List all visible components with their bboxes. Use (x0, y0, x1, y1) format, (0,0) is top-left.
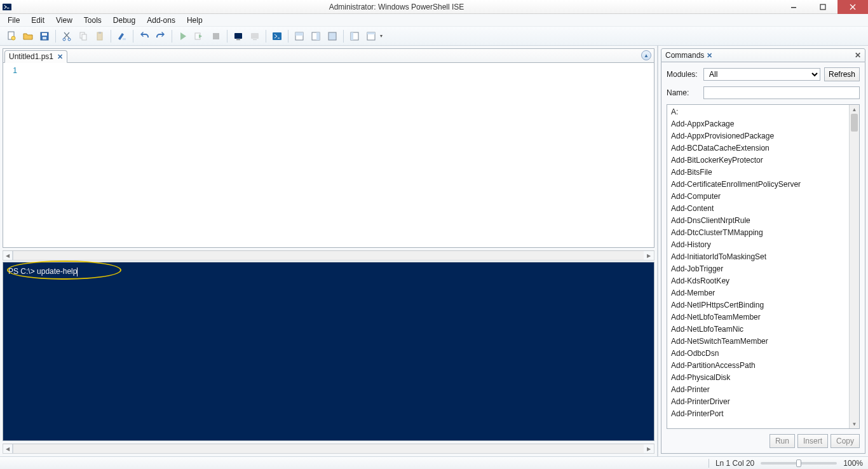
toolbar-overflow[interactable]: ▾ (380, 33, 385, 39)
commands-panel-header: Commands ✕ ✕ (661, 48, 865, 62)
command-item[interactable]: Add-PhysicalDisk (667, 372, 849, 384)
scroll-up-arrow[interactable]: ▲ (850, 105, 859, 113)
toolbar-separator (227, 30, 227, 43)
command-item[interactable]: Add-CertificateEnrollmentPolicyServer (667, 179, 849, 191)
maximize-button[interactable] (808, 0, 837, 14)
new-remote-tab-button[interactable] (231, 29, 246, 44)
close-button[interactable] (837, 0, 868, 14)
svg-rect-7 (43, 37, 46, 39)
close-icon[interactable]: ✕ (707, 51, 712, 60)
copy-button[interactable]: Copy (831, 434, 860, 448)
zoom-thumb[interactable] (796, 459, 801, 467)
show-script-pane-max-button[interactable] (325, 29, 340, 44)
toolbar: ▾ (0, 27, 868, 46)
start-remote-button[interactable] (247, 29, 262, 44)
command-item[interactable]: Add-DtcClusterTMMapping (667, 227, 849, 239)
command-item[interactable]: Add-BitLockerKeyProtector (667, 154, 849, 167)
undo-button[interactable] (137, 29, 152, 44)
command-item[interactable]: Add-Member (667, 287, 849, 299)
svg-rect-11 (82, 34, 86, 40)
modules-select[interactable]: All (703, 68, 820, 81)
new-file-button[interactable] (4, 29, 19, 44)
command-item[interactable]: Add-DnsClientNrptRule (667, 215, 849, 227)
command-item[interactable]: A: (667, 106, 849, 118)
collapse-editor-button[interactable]: ▲ (641, 50, 651, 60)
console-pane[interactable]: PS C:\> update-help (3, 262, 654, 441)
stop-button[interactable] (208, 29, 224, 44)
console-input[interactable]: update-help (37, 267, 77, 276)
command-item[interactable]: Add-PrinterDriver (667, 396, 849, 408)
console-prompt: PS C:\> (8, 267, 37, 276)
scroll-left-arrow[interactable]: ◀ (3, 444, 13, 453)
minimize-button[interactable] (779, 0, 808, 14)
name-input[interactable] (703, 86, 860, 99)
command-item[interactable]: Add-NetIPHttpsCertBinding (667, 299, 849, 311)
svg-rect-18 (236, 39, 240, 40)
command-item[interactable]: Add-Content (667, 203, 849, 215)
powershell-tab-button[interactable] (269, 29, 285, 44)
redo-button[interactable] (153, 29, 168, 44)
commands-panel: Commands ✕ ✕ Modules: All Refresh Name: … (658, 46, 868, 456)
menu-edit[interactable]: Edit (26, 15, 50, 26)
svg-rect-30 (367, 32, 375, 34)
vertical-scrollbar[interactable]: ▲ ▼ (849, 105, 859, 428)
scroll-down-arrow[interactable]: ▼ (850, 420, 859, 428)
command-item[interactable]: Add-BCDataCacheExtension (667, 142, 849, 154)
scroll-right-arrow[interactable]: ▶ (644, 251, 654, 260)
refresh-button[interactable]: Refresh (824, 67, 860, 81)
command-item[interactable]: Add-History (667, 239, 849, 251)
menu-tools[interactable]: Tools (79, 15, 107, 26)
horizontal-scrollbar[interactable]: ◀ ▶ (3, 444, 654, 454)
close-icon[interactable]: ✕ (57, 53, 63, 61)
title-bar: Administrator: Windows PowerShell ISE (0, 0, 868, 14)
command-item[interactable]: Add-Computer (667, 191, 849, 203)
copy-button[interactable] (76, 29, 91, 44)
cut-button[interactable] (59, 29, 74, 44)
open-file-button[interactable] (20, 29, 36, 44)
code-area[interactable] (21, 63, 654, 247)
scroll-right-arrow[interactable]: ▶ (644, 444, 654, 453)
command-item[interactable]: Add-NetLbfoTeamNic (667, 323, 849, 336)
command-item[interactable]: Add-NetLbfoTeamMember (667, 311, 849, 323)
toolbar-separator (111, 30, 111, 43)
horizontal-scrollbar[interactable]: ◀ ▶ (3, 250, 654, 261)
window-title: Administrator: Windows PowerShell ISE (14, 3, 779, 11)
close-icon[interactable]: ✕ (855, 51, 861, 60)
show-script-pane-top-button[interactable] (292, 29, 307, 44)
menu-file[interactable]: File (3, 15, 25, 26)
command-item[interactable]: Add-AppxPackage (667, 118, 849, 130)
menu-help[interactable]: Help (182, 15, 208, 26)
menu-debug[interactable]: Debug (108, 15, 140, 26)
show-command-window-button[interactable] (363, 29, 379, 44)
insert-button[interactable]: Insert (797, 434, 828, 448)
editor-body[interactable]: 1 (3, 63, 654, 247)
zoom-slider[interactable] (761, 462, 837, 465)
command-item[interactable]: Add-JobTrigger (667, 263, 849, 275)
command-item[interactable]: Add-NetSwitchTeamMember (667, 336, 849, 348)
command-item[interactable]: Add-InitiatorIdToMaskingSet (667, 251, 849, 263)
clear-console-button[interactable] (114, 29, 130, 44)
command-item[interactable]: Add-PartitionAccessPath (667, 360, 849, 372)
command-item[interactable]: Add-OdbcDsn (667, 348, 849, 360)
run-script-button[interactable] (175, 29, 191, 44)
menu-addons[interactable]: Add-ons (142, 15, 180, 26)
commands-panel-title: Commands (665, 51, 704, 60)
command-item[interactable]: Add-PrinterPort (667, 408, 849, 420)
svg-point-8 (63, 38, 65, 41)
show-command-addon-button[interactable] (347, 29, 362, 44)
commands-list[interactable]: A:Add-AppxPackageAdd-AppxProvisionedPack… (667, 105, 849, 428)
save-button[interactable] (37, 29, 52, 44)
scroll-left-arrow[interactable]: ◀ (3, 251, 13, 260)
scrollbar-thumb[interactable] (851, 114, 858, 132)
menu-view[interactable]: View (51, 15, 78, 26)
editor-tab[interactable]: Untitled1.ps1 ✕ (4, 50, 67, 63)
command-item[interactable]: Add-BitsFile (667, 167, 849, 179)
toolbar-separator (133, 30, 133, 43)
paste-button[interactable] (92, 29, 107, 44)
run-selection-button[interactable] (192, 29, 207, 44)
command-item[interactable]: Add-Printer (667, 384, 849, 396)
command-item[interactable]: Add-KdsRootKey (667, 275, 849, 287)
show-script-pane-right-button[interactable] (308, 29, 323, 44)
command-item[interactable]: Add-AppxProvisionedPackage (667, 130, 849, 142)
run-button[interactable]: Run (770, 434, 795, 448)
